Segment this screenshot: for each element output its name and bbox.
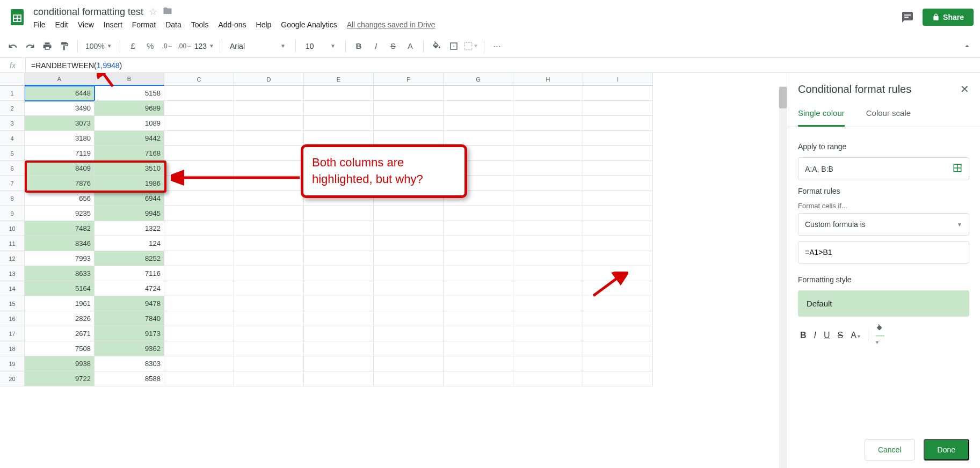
cell[interactable] <box>234 236 304 251</box>
cell[interactable] <box>374 326 444 341</box>
cell[interactable] <box>583 221 653 236</box>
cell[interactable] <box>513 311 583 326</box>
cell[interactable] <box>164 176 234 191</box>
cell[interactable] <box>583 371 653 386</box>
style-underline-button[interactable]: U <box>824 331 830 340</box>
cell[interactable]: 2671 <box>25 326 95 341</box>
row-header[interactable]: 17 <box>0 326 25 341</box>
cell[interactable]: 7993 <box>25 251 95 266</box>
cell[interactable] <box>583 116 653 131</box>
cell[interactable] <box>513 371 583 386</box>
cell[interactable] <box>583 311 653 326</box>
select-all-corner[interactable] <box>0 73 25 86</box>
cell[interactable] <box>164 191 234 206</box>
currency-button[interactable]: £ <box>126 39 141 54</box>
cell[interactable] <box>164 371 234 386</box>
cell[interactable]: 4724 <box>95 281 164 296</box>
cell[interactable]: 8346 <box>25 236 95 251</box>
cell[interactable] <box>234 371 304 386</box>
document-title[interactable]: conditional formatting test <box>33 6 143 18</box>
cell[interactable] <box>304 86 374 101</box>
cell[interactable] <box>444 266 513 281</box>
cell[interactable]: 3180 <box>25 131 95 146</box>
cell[interactable] <box>304 266 374 281</box>
cell[interactable] <box>234 86 304 101</box>
cell[interactable]: 3510 <box>95 161 164 176</box>
cell[interactable] <box>444 116 513 131</box>
cell[interactable] <box>304 206 374 221</box>
cell[interactable] <box>583 191 653 206</box>
cell[interactable]: 3073 <box>25 116 95 131</box>
cell[interactable]: 7116 <box>95 266 164 281</box>
row-header[interactable]: 4 <box>0 131 25 146</box>
cell[interactable] <box>234 191 304 206</box>
cell[interactable] <box>164 326 234 341</box>
cell[interactable] <box>164 341 234 356</box>
cell[interactable]: 1089 <box>95 116 164 131</box>
cell[interactable] <box>583 296 653 311</box>
tab-colour-scale[interactable]: Colour scale <box>866 101 911 127</box>
cell[interactable]: 8252 <box>95 251 164 266</box>
menu-addons[interactable]: Add-ons <box>218 20 246 29</box>
cell[interactable] <box>234 131 304 146</box>
cell[interactable] <box>374 251 444 266</box>
folder-icon[interactable] <box>163 6 172 18</box>
row-header[interactable]: 16 <box>0 311 25 326</box>
cell[interactable] <box>583 236 653 251</box>
cell[interactable] <box>164 131 234 146</box>
cell[interactable] <box>374 116 444 131</box>
cell[interactable] <box>583 326 653 341</box>
cell[interactable] <box>164 236 234 251</box>
menu-file[interactable]: File <box>33 20 46 29</box>
row-header[interactable]: 12 <box>0 251 25 266</box>
cell[interactable] <box>164 101 234 116</box>
cell[interactable] <box>513 341 583 356</box>
cell[interactable] <box>513 146 583 161</box>
row-header[interactable]: 11 <box>0 236 25 251</box>
cell[interactable] <box>304 341 374 356</box>
column-header[interactable]: A <box>25 73 95 86</box>
cell[interactable] <box>513 281 583 296</box>
column-header[interactable]: D <box>234 73 304 86</box>
zoom-select[interactable]: 100%▼ <box>83 42 114 50</box>
vertical-scrollbar[interactable] <box>779 86 787 468</box>
cell[interactable] <box>164 281 234 296</box>
cell[interactable] <box>374 101 444 116</box>
row-header[interactable]: 7 <box>0 176 25 191</box>
column-header[interactable]: H <box>513 73 583 86</box>
cell[interactable] <box>164 206 234 221</box>
cell[interactable] <box>304 251 374 266</box>
fx-icon[interactable]: fx <box>0 58 26 72</box>
increase-decimal-button[interactable]: .00→ <box>177 39 192 54</box>
percent-button[interactable]: % <box>143 39 158 54</box>
cell[interactable] <box>234 206 304 221</box>
star-icon[interactable]: ☆ <box>149 6 157 18</box>
cell[interactable] <box>444 101 513 116</box>
number-format-button[interactable]: 123▼ <box>194 42 214 50</box>
style-bold-button[interactable]: B <box>800 331 807 340</box>
drive-status[interactable]: All changes saved in Drive <box>347 20 435 29</box>
cell[interactable] <box>234 101 304 116</box>
cell[interactable] <box>374 311 444 326</box>
cell[interactable] <box>374 206 444 221</box>
cell[interactable] <box>374 341 444 356</box>
cell[interactable] <box>374 131 444 146</box>
menu-help[interactable]: Help <box>256 20 272 29</box>
cell[interactable] <box>374 371 444 386</box>
cancel-button[interactable]: Cancel <box>865 439 915 460</box>
cell[interactable] <box>164 251 234 266</box>
row-header[interactable]: 3 <box>0 116 25 131</box>
cell[interactable] <box>583 86 653 101</box>
row-header[interactable]: 2 <box>0 101 25 116</box>
cell[interactable]: 124 <box>95 236 164 251</box>
cell[interactable] <box>374 86 444 101</box>
column-header[interactable]: C <box>164 73 234 86</box>
cell[interactable] <box>164 356 234 371</box>
undo-button[interactable] <box>5 39 20 54</box>
cell[interactable] <box>513 161 583 176</box>
cell[interactable]: 5164 <box>25 281 95 296</box>
cell[interactable] <box>513 206 583 221</box>
row-header[interactable]: 13 <box>0 266 25 281</box>
cell[interactable]: 8633 <box>25 266 95 281</box>
font-select[interactable]: Arial▼ <box>226 42 290 50</box>
